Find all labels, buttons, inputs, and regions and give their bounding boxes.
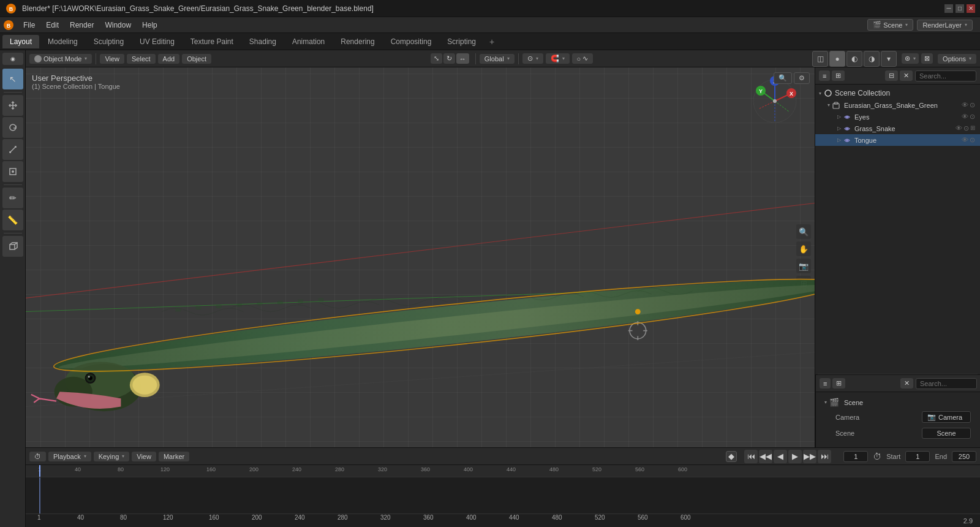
transform-orientation-button[interactable]: Global ▾ (480, 54, 514, 64)
keying-menu-button[interactable]: Keying ▾ (94, 452, 130, 461)
tongue-sel-icon[interactable]: ⊙ (970, 136, 975, 144)
vis-eye-icon[interactable]: 👁 (962, 101, 968, 109)
hand-tool-icon[interactable]: ✋ (796, 241, 811, 256)
close-button[interactable]: ✕ (967, 4, 975, 13)
move-tool[interactable] (2, 95, 23, 116)
prev-keyframe-button[interactable]: ◀◀ (759, 450, 772, 463)
shading-wireframe-btn[interactable]: ◫ (812, 51, 828, 67)
keyframe-dot-button[interactable]: ◆ (726, 451, 737, 462)
grass-snake-extra-icon[interactable]: ⊞ (970, 124, 975, 132)
shading-solid-btn[interactable]: ● (829, 51, 845, 67)
tab-animation[interactable]: Animation (285, 35, 332, 48)
outliner-item-grass-snake[interactable]: ▷ Grass_Snake 👁 ⊙ ⊞ (815, 123, 980, 134)
add-menu-button[interactable]: Add (158, 54, 180, 64)
gizmo-move-toggle[interactable]: ⤡ (431, 53, 442, 64)
scene-prop-value-field[interactable]: Scene (922, 428, 971, 439)
menu-edit[interactable]: Edit (41, 20, 64, 31)
timeline-playhead[interactable] (39, 465, 40, 477)
snap-toggle[interactable]: 🧲 ▾ (546, 53, 570, 64)
object-mode-button[interactable]: Object Mode ▾ (29, 54, 92, 64)
scene-selector[interactable]: 🎬 Scene ▾ (867, 19, 913, 31)
tab-rendering[interactable]: Rendering (333, 35, 382, 48)
tab-uv-editing[interactable]: UV Editing (132, 35, 182, 48)
frame-all-icon[interactable]: ⊞ (796, 276, 811, 290)
props-icon-view[interactable]: ⊞ (832, 378, 845, 389)
tab-scripting[interactable]: Scripting (440, 35, 483, 48)
rotate-tool[interactable] (2, 117, 23, 138)
tab-compositing[interactable]: Compositing (383, 35, 439, 48)
pivot-point-button[interactable]: ⊙ ▾ (522, 53, 543, 64)
marker-menu-button[interactable]: Marker (159, 452, 189, 461)
shading-material-btn[interactable]: ◐ (846, 51, 862, 67)
outliner-item-eyes[interactable]: ▷ Eyes 👁 ⊙ (815, 111, 980, 123)
annotate-tool[interactable]: ✏ (2, 188, 23, 208)
object-menu-button[interactable]: Object (182, 54, 211, 64)
props-scene-item[interactable]: ▾ 🎬 Scene (821, 396, 976, 409)
scale-tool[interactable] (2, 139, 23, 160)
timeline-editor-icon[interactable]: ⏱ (29, 452, 46, 461)
grass-snake-vis-icon[interactable]: 👁 (956, 124, 962, 132)
props-search-input[interactable] (916, 378, 977, 389)
add-workspace-button[interactable]: + (484, 36, 499, 48)
minimize-button[interactable]: ─ (944, 4, 953, 13)
jump-start-button[interactable]: ⏮ (744, 450, 758, 463)
end-frame-input[interactable] (952, 451, 976, 462)
menu-window[interactable]: Window (100, 20, 136, 31)
play-button[interactable]: ▶ (788, 450, 802, 463)
cursor-tool[interactable]: ↖ (2, 69, 23, 89)
prev-frame-button[interactable]: ◀ (774, 450, 787, 463)
viewport-3d[interactable]: User Perspective (1) Scene Collection | … (26, 67, 815, 447)
options-button[interactable]: Options ▾ (938, 54, 976, 64)
tongue-vis-icon[interactable]: 👁 (962, 136, 968, 144)
gizmo-scale-toggle[interactable]: ↔ (456, 53, 469, 64)
eyes-vis-icon[interactable]: 👁 (962, 113, 968, 121)
playback-menu-button[interactable]: Playback ▾ (48, 452, 91, 461)
tab-shading[interactable]: Shading (242, 35, 284, 48)
tab-layout[interactable]: Layout (2, 35, 39, 48)
camera-align-icon[interactable]: 📷 (796, 259, 811, 273)
next-frame-button[interactable]: ▶▶ (803, 450, 816, 463)
current-frame-input[interactable] (843, 451, 868, 462)
vis-cursor-icon[interactable]: ⊙ (970, 101, 975, 109)
add-object-tool[interactable] (2, 236, 23, 257)
overlay-toggle[interactable]: ⊛ ▾ (902, 53, 919, 64)
outliner-highlight-icon[interactable]: ✕ (900, 70, 913, 81)
viewport-search-button[interactable]: 🔍 (774, 72, 792, 84)
start-frame-input[interactable] (905, 451, 930, 462)
shading-options-btn[interactable]: ▾ (881, 51, 897, 67)
select-menu-button[interactable]: Select (127, 54, 156, 64)
outliner-search-input[interactable] (915, 70, 976, 82)
menu-help[interactable]: Help (137, 20, 162, 31)
tab-sculpting[interactable]: Sculpting (86, 35, 131, 48)
mode-selector[interactable]: ◉ (2, 53, 23, 65)
view-properties-icon[interactable]: 🔍 (796, 224, 811, 239)
jump-end-button[interactable]: ⏭ (818, 450, 831, 463)
tab-modeling[interactable]: Modeling (40, 35, 85, 48)
tab-texture-paint[interactable]: Texture Paint (183, 35, 241, 48)
maximize-button[interactable]: □ (956, 4, 964, 13)
outliner-item-scene-collection[interactable]: ▾ Scene Collection (815, 87, 980, 99)
outliner-filter-icon[interactable]: ⊟ (885, 70, 898, 81)
props-list-view[interactable]: ≡ (820, 378, 831, 389)
proportional-edit-button[interactable]: ○ ∿ (572, 53, 594, 64)
viewport-options-button[interactable]: ⚙ (794, 72, 810, 84)
outliner-item-main-collection[interactable]: ▾ Eurasian_Grass_Snake_Green 👁 ⊙ (815, 99, 980, 111)
xray-toggle[interactable]: ⊠ (921, 53, 933, 64)
outliner-icon-view[interactable]: ⊞ (832, 70, 845, 81)
grass-snake-sel-icon[interactable]: ⊙ (963, 124, 969, 132)
camera-value-field[interactable]: 📷 Camera (922, 411, 971, 423)
view-menu-button[interactable]: View (100, 54, 124, 64)
shading-render-btn[interactable]: ◑ (864, 51, 880, 67)
timeline-track[interactable] (26, 477, 980, 514)
measure-tool[interactable]: 📏 (2, 210, 23, 230)
menu-file[interactable]: File (18, 20, 40, 31)
timeline-view-button[interactable]: View (132, 452, 156, 461)
transform-tool[interactable] (2, 161, 23, 182)
eyes-sel-icon[interactable]: ⊙ (970, 113, 975, 121)
outliner-list-view[interactable]: ≡ (819, 70, 830, 81)
menu-render[interactable]: Render (65, 20, 99, 31)
gizmo-rotate-toggle[interactable]: ↻ (443, 53, 455, 64)
props-close-button[interactable]: ✕ (900, 378, 913, 389)
outliner-item-tongue[interactable]: ▷ Tongue 👁 ⊙ (815, 134, 980, 146)
renderlayer-selector[interactable]: RenderLayer ▾ (917, 20, 973, 31)
